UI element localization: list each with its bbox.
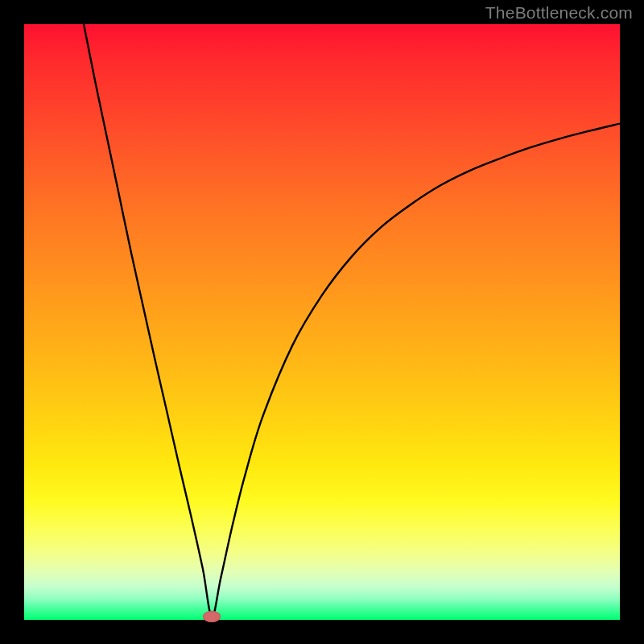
watermark-text: TheBottleneck.com bbox=[485, 3, 633, 23]
curve-path bbox=[84, 24, 620, 617]
chart-frame: TheBottleneck.com bbox=[0, 0, 644, 644]
optimal-point-marker bbox=[203, 611, 221, 622]
plot-area bbox=[24, 24, 620, 620]
bottleneck-curve bbox=[24, 24, 620, 620]
